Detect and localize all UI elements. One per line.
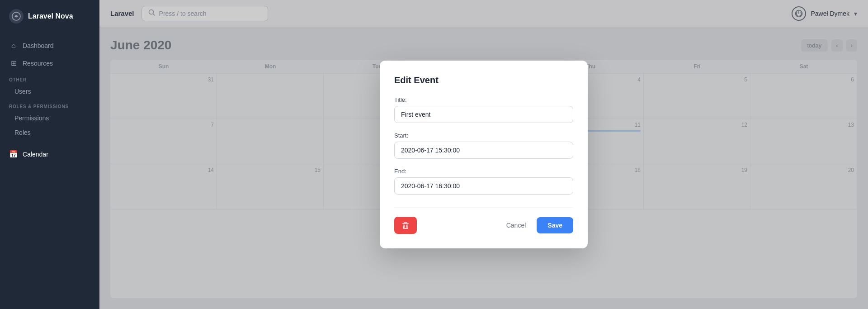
save-button[interactable]: Save [537, 217, 573, 233]
start-label: Start: [394, 132, 573, 139]
end-field-group: End: [394, 168, 573, 195]
trash-icon [401, 221, 410, 229]
logo-icon [9, 9, 24, 24]
sidebar-item-roles[interactable]: Roles [0, 125, 99, 140]
sidebar-item-label: Dashboard [23, 42, 54, 49]
home-icon: ⌂ [9, 42, 18, 50]
grid-icon: ⊞ [9, 59, 18, 67]
modal-footer: Cancel Save [394, 207, 573, 234]
sidebar-item-dashboard[interactable]: ⌂ Dashboard [0, 37, 99, 54]
title-label: Title: [394, 96, 573, 103]
section-label-other: OTHER [0, 72, 99, 84]
svg-rect-6 [404, 222, 407, 223]
delete-button[interactable] [394, 217, 417, 234]
svg-rect-5 [402, 223, 409, 224]
sidebar-item-label: Resources [23, 60, 53, 67]
modal-title: Edit Event [394, 75, 573, 86]
main-content: Laravel Press / to search Paweł Dymek ▾ [99, 0, 868, 309]
sidebar-item-permissions[interactable]: Permissions [0, 111, 99, 125]
sidebar-item-calendar[interactable]: 📅 Calendar [0, 145, 99, 163]
sidebar-item-users[interactable]: Users [0, 84, 99, 99]
sidebar-item-label: Calendar [23, 151, 48, 158]
sidebar-nav: ⌂ Dashboard ⊞ Resources OTHER Users ROLE… [0, 33, 99, 309]
section-label-roles: ROLES & PERMISSIONS [0, 99, 99, 111]
start-input[interactable] [394, 142, 573, 159]
modal-overlay: Edit Event Title: Start: End: [99, 0, 868, 309]
edit-event-modal: Edit Event Title: Start: End: [380, 61, 588, 248]
sidebar: Laravel Nova ⌂ Dashboard ⊞ Resources OTH… [0, 0, 99, 309]
end-input[interactable] [394, 177, 573, 195]
start-field-group: Start: [394, 132, 573, 159]
cancel-button[interactable]: Cancel [499, 217, 533, 233]
sidebar-item-resources[interactable]: ⊞ Resources [0, 54, 99, 72]
sidebar-logo: Laravel Nova [0, 0, 99, 33]
title-field-group: Title: [394, 96, 573, 123]
end-label: End: [394, 168, 573, 175]
calendar-icon: 📅 [9, 150, 18, 158]
title-input[interactable] [394, 106, 573, 123]
sidebar-brand: Laravel Nova [28, 12, 73, 20]
